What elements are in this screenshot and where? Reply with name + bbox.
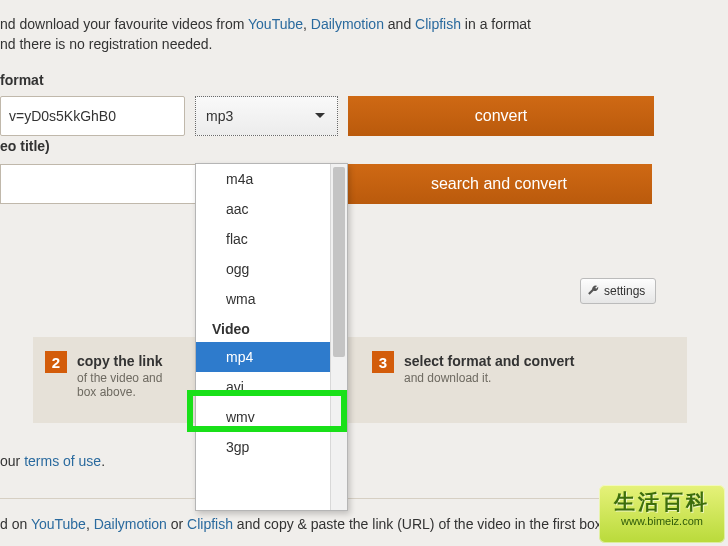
step-3-desc: and download it. [404,371,574,385]
settings-label: settings [604,284,645,298]
terms-line: our terms of use. [0,453,105,469]
dropdown-item-wmv[interactable]: wmv [196,402,331,432]
dropdown-scrollbar[interactable] [330,164,347,510]
url-input[interactable] [0,96,185,136]
footer-link-youtube[interactable]: YouTube [31,516,86,532]
divider [0,498,700,499]
dropdown-item-aac[interactable]: aac [196,194,331,224]
footer-text: d on YouTube, Dailymotion or Clipfish an… [0,516,700,532]
dropdown-item-flac[interactable]: flac [196,224,331,254]
dropdown-group-video: Video [196,314,331,342]
step-3: 3 select format and convert and download… [360,337,687,423]
dropdown-item-wma[interactable]: wma [196,284,331,314]
step-2-desc: of the video and box above. [77,371,163,399]
format-select-value: mp3 [206,108,233,124]
format-section-label: format [0,72,728,88]
dropdown-scrollbar-thumb[interactable] [333,167,345,357]
format-dropdown: m4a aac flac ogg wma Video mp4 avi wmv 3… [195,163,348,511]
link-youtube[interactable]: YouTube [248,16,303,32]
watermark-line1: 生活百科 [599,485,725,516]
watermark: 生活百科 www.bimeiz.com [599,485,725,543]
terms-link[interactable]: terms of use [24,453,101,469]
intro-text: nd download your favourite videos from Y… [0,0,728,58]
caret-down-icon [315,113,325,118]
settings-button[interactable]: settings [580,278,656,304]
footer-link-dailymotion[interactable]: Dailymotion [94,516,167,532]
dropdown-item-ogg[interactable]: ogg [196,254,331,284]
link-clipfish[interactable]: Clipfish [415,16,461,32]
convert-button[interactable]: convert [348,96,654,136]
video-title-label: eo title) [0,138,728,154]
search-convert-button[interactable]: search and convert [346,164,652,204]
step-2-num: 2 [45,351,67,373]
link-dailymotion[interactable]: Dailymotion [311,16,384,32]
wrench-icon [587,285,599,297]
dropdown-item-avi[interactable]: avi [196,372,331,402]
dropdown-item-m4a[interactable]: m4a [196,164,331,194]
step-3-num: 3 [372,351,394,373]
dropdown-item-3gp[interactable]: 3gp [196,432,331,462]
intro-pre: nd download your favourite videos from [0,16,248,32]
format-select[interactable]: mp3 [195,96,338,136]
step-2-title: copy the link [77,353,163,369]
steps-strip: 2 copy the link of the video and box abo… [33,337,687,423]
dropdown-item-mp4[interactable]: mp4 [196,342,331,372]
footer-link-clipfish[interactable]: Clipfish [187,516,233,532]
watermark-line2: www.bimeiz.com [599,515,725,527]
step-3-title: select format and convert [404,353,574,369]
